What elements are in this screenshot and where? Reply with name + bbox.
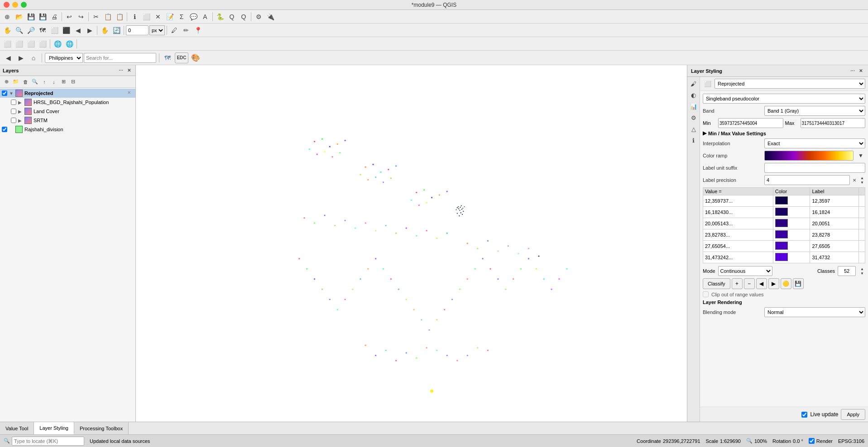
min-input[interactable] [718,118,783,128]
add-db-icon[interactable]: ⬜ [37,38,48,49]
layer-check-landcover[interactable] [11,109,16,114]
print-icon[interactable]: 🖨 [49,11,60,22]
location-search-input[interactable] [84,53,156,63]
collapse-all-btn[interactable]: ⊟ [68,77,77,86]
open-project-icon[interactable]: 📂 [14,11,24,22]
tab-layer-styling[interactable]: Layer Styling [34,422,74,434]
zoom-forward-icon[interactable]: ▶ [84,25,95,36]
qgis-icon2[interactable]: Q [238,11,249,22]
layer-check-srtm[interactable] [11,118,16,123]
color-ramp-dropdown-icon[interactable]: ▼ [856,151,865,160]
apply-button[interactable]: Apply [841,409,865,420]
row5-color[interactable] [775,242,788,250]
renderer-select[interactable]: Singleband pseudocolor [703,94,865,104]
edc-icon[interactable]: EDC [175,52,188,63]
zoom-layer-icon[interactable]: ⬜ [49,25,60,36]
load-icon[interactable]: 🟡 [781,278,791,289]
band-select[interactable]: Band 1 (Gray) [764,106,865,116]
close-button[interactable] [4,2,10,8]
render-checkbox[interactable] [809,438,815,444]
qgis-icon1[interactable]: Q [226,11,237,22]
minimize-button[interactable] [12,2,18,8]
row1-color[interactable] [775,196,788,204]
tab-processing-toolbox[interactable]: Processing Toolbox [74,422,129,434]
home-nav-icon[interactable]: ⌂ [28,52,39,63]
move-down-btn[interactable]: ↓ [49,77,58,86]
copy-icon[interactable]: 📋 [102,11,113,22]
expand-hrsl[interactable]: ▶ [18,100,23,105]
zoom-full-icon[interactable]: 🗺 [37,25,48,36]
locate-input[interactable] [12,437,84,446]
blending-select[interactable]: Normal [764,307,865,317]
expand-srtm[interactable]: ▶ [18,118,23,123]
layers-close-icon[interactable]: ✕ [125,67,133,74]
identify-icon[interactable]: ℹ [129,11,140,22]
map-nav-icon1[interactable]: 🗺 [162,52,173,63]
label-precision-down-icon[interactable]: ▼ [859,180,865,185]
rendering-icon[interactable]: ⚙ [689,113,699,123]
remove-class-icon[interactable]: − [744,278,755,289]
export-icon[interactable]: 💾 [793,278,804,289]
save-icon[interactable]: 💾 [25,11,36,22]
styling-options-icon[interactable]: ⋯ [849,67,856,75]
styling-close-icon[interactable]: ✕ [857,67,864,75]
layer-item-hrsl[interactable]: ▶ HRSL_BGD_Rajshahi_Population [0,98,135,107]
add-raster-icon[interactable]: ⬜ [14,38,24,49]
python-icon[interactable]: 🐍 [215,11,225,22]
interpolation-select[interactable]: Exact [764,138,865,148]
annotation-icon[interactable]: A [200,11,211,22]
maximize-button[interactable] [21,2,27,8]
layer-remove-reprojected[interactable]: ✕ [127,90,134,96]
zoom-back-icon[interactable]: ◀ [72,25,83,36]
epsg-item[interactable]: EPSG:3106 [838,438,864,444]
window-controls[interactable] [4,2,27,8]
layer-check-hrsl[interactable] [11,100,16,105]
paste-icon[interactable]: 📋 [114,11,125,22]
add-layer-icon[interactable]: ⬜ [2,38,13,49]
pan-icon[interactable]: ✋ [2,25,13,36]
expand-reprojected[interactable]: ▼ [9,91,14,96]
row4-color[interactable] [775,230,788,238]
add-layer-btn[interactable]: ⊕ [2,77,11,86]
layer-item-landcover[interactable]: ▶ Land Cover [0,107,135,116]
transparency-icon[interactable]: ◐ [689,90,699,100]
save-as-icon[interactable]: 💾 [37,11,48,22]
edit-icon[interactable]: ✏ [181,25,192,36]
plugins-icon[interactable]: 🔌 [265,11,276,22]
color-icon[interactable]: 🎨 [190,52,201,63]
pan-map-icon[interactable]: ✋ [99,25,110,36]
forward-nav-icon[interactable]: ▶ [15,52,26,63]
map-tips-icon[interactable]: 💬 [188,11,199,22]
row3-color[interactable] [775,219,788,227]
clip-checkbox[interactable] [703,291,709,297]
max-input[interactable] [801,118,866,128]
zoom-unit-select[interactable]: px [149,25,165,35]
redo-icon[interactable]: ↪ [76,11,86,22]
layer-item-rajshahi[interactable]: Rajshahi_division [0,125,135,134]
add-group-btn[interactable]: 📁 [11,77,20,86]
layer-check-reprojected[interactable] [2,90,7,96]
undo-icon[interactable]: ↩ [64,11,75,22]
cut-icon[interactable]: ✂ [91,11,101,22]
layer-item-srtm[interactable]: ▶ SRTM [0,116,135,125]
crs-select[interactable]: Philippines [45,53,83,63]
minmax-expander[interactable]: ▶ Min / Max Value Settings [703,130,865,136]
filter-layer-btn[interactable]: 🔍 [30,77,39,86]
live-update-checkbox[interactable] [801,412,807,418]
open-table-icon[interactable]: 📝 [164,11,175,22]
move-up-btn[interactable]: ↑ [40,77,49,86]
rotate-icon[interactable]: 🔄 [111,25,122,36]
map-area[interactable] [136,65,687,422]
label-precision-clear-icon[interactable]: ✕ [851,176,858,184]
deselect-icon[interactable]: ✕ [153,11,163,22]
remove-layer-btn[interactable]: 🗑 [21,77,30,86]
reverse-icon[interactable]: ◀ [756,278,767,289]
classes-down-icon[interactable]: ▼ [859,271,865,276]
wfs-icon[interactable]: 🌐 [64,38,75,49]
zoom-out-icon[interactable]: 🔎 [25,25,36,36]
snap-icon[interactable]: 📍 [192,25,203,36]
expand-all-btn[interactable]: ⊞ [59,77,68,86]
label-precision-up-icon[interactable]: ▲ [859,176,865,180]
layers-options-icon[interactable]: ⋯ [117,67,125,74]
expand-landcover[interactable]: ▶ [18,109,23,114]
